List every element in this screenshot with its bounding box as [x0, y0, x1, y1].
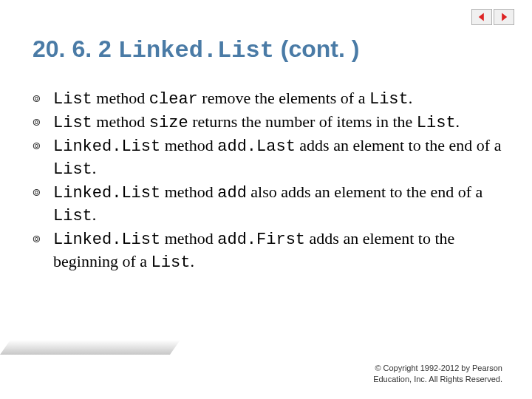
next-button[interactable] [494, 9, 514, 25]
list-item-text: List method size returns the number of i… [53, 111, 502, 134]
copyright-line1: © Copyright 1992-2012 by Pearson [375, 364, 502, 372]
arrow-left-icon [477, 12, 487, 22]
bullet-icon: ๏ [33, 228, 53, 273]
title-rest: (cont. ) [274, 35, 360, 62]
list-item: ๏List method clear remove the elements o… [33, 87, 502, 110]
list-item: ๏List method size returns the number of … [33, 111, 502, 134]
prev-button[interactable] [471, 9, 492, 25]
arrow-right-icon [499, 12, 509, 22]
list-item-text: List method clear remove the elements of… [53, 87, 502, 110]
bullet-icon: ๏ [33, 134, 53, 180]
bullet-list: ๏List method clear remove the elements o… [33, 87, 502, 274]
list-item: ๏Linked.List method add.First adds an el… [33, 228, 502, 273]
svg-marker-1 [502, 13, 507, 21]
list-item-text: Linked.List method add.First adds an ele… [53, 228, 502, 273]
bullet-icon: ๏ [33, 181, 53, 227]
list-item: ๏Linked.List method add also adds an ele… [33, 181, 502, 227]
bullet-icon: ๏ [33, 111, 53, 134]
title-section: 20. 6. 2 [33, 35, 118, 62]
svg-marker-0 [479, 13, 484, 21]
list-item-text: Linked.List method add also adds an elem… [53, 181, 502, 227]
list-item-text: Linked.List method add.Last adds an elem… [53, 134, 502, 180]
copyright: © Copyright 1992-2012 by Pearson Educati… [0, 363, 502, 384]
copyright-line2: Education, Inc. All Rights Reserved. [373, 375, 502, 383]
decorative-shadow [0, 340, 170, 355]
page-title: 20. 6. 2 Linked.List (cont. ) [33, 35, 359, 64]
list-item: ๏Linked.List method add.Last adds an ele… [33, 134, 502, 180]
nav-arrows [471, 9, 514, 25]
bullet-icon: ๏ [33, 87, 53, 110]
title-code: Linked.List [118, 37, 274, 64]
